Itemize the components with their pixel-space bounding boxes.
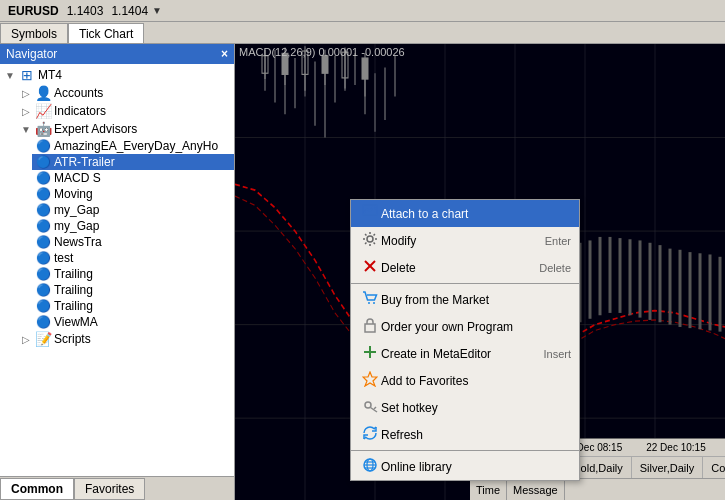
- bottom-tab-favorites[interactable]: Favorites: [74, 478, 145, 500]
- tree-item-ea-1[interactable]: 🔵 ATR-Trailer: [32, 154, 234, 170]
- delete-icon: [359, 258, 381, 277]
- mt4-icon: ⊞: [18, 67, 36, 83]
- navigator-header: Navigator ×: [0, 44, 234, 64]
- scroll-down-icon[interactable]: ▼: [152, 5, 162, 16]
- tree-item-indicators[interactable]: ▷ 📈 Indicators: [16, 102, 234, 120]
- chart-area: MACD(12,26,9) 0.00001 -0.00026: [235, 44, 725, 500]
- tree-item-ea-10[interactable]: 🔵 Trailing: [32, 298, 234, 314]
- time-label-2: 22 Dec 10:15: [644, 442, 708, 453]
- top-bar: EURUSD 1.1403 1.1404 ▼: [0, 0, 725, 22]
- instrument-copper[interactable]: Copper,Daily: [703, 457, 725, 478]
- ea-item-icon-6: 🔵: [34, 235, 52, 249]
- svg-point-69: [367, 236, 373, 242]
- ea-item-icon-8: 🔵: [34, 267, 52, 281]
- refresh-icon: [359, 425, 381, 444]
- menu-item-delete[interactable]: Delete Delete: [351, 254, 579, 281]
- tree-item-ea-3[interactable]: 🔵 Moving: [32, 186, 234, 202]
- currency-pair-1[interactable]: EURUSD 1.1403 1.1404 ▼: [4, 4, 162, 18]
- tabs-row: Symbols Tick Chart: [0, 22, 725, 44]
- indicators-label: Indicators: [52, 104, 106, 118]
- pair1-name: EURUSD: [4, 4, 63, 18]
- scripts-expand-icon: ▷: [18, 334, 34, 345]
- menu-item-modify[interactable]: Modify Enter: [351, 227, 579, 254]
- tab-symbols[interactable]: Symbols: [0, 23, 68, 43]
- ea-expand-icon: ▼: [18, 124, 34, 135]
- plus-icon: [359, 344, 381, 363]
- tree-item-ea-6[interactable]: 🔵 NewsTra: [32, 234, 234, 250]
- tree-item-accounts[interactable]: ▷ 👤 Accounts: [16, 84, 234, 102]
- tree-item-ea-5[interactable]: 🔵 my_Gap: [32, 218, 234, 234]
- menu-item-refresh[interactable]: Refresh: [351, 421, 579, 448]
- ea-item-icon-7: 🔵: [34, 251, 52, 265]
- gear-icon: [359, 231, 381, 250]
- cart-icon: [359, 290, 381, 309]
- ea-item-icon-5: 🔵: [34, 219, 52, 233]
- menu-separator-2: [351, 450, 579, 451]
- ea-item-icon-10: 🔵: [34, 299, 52, 313]
- svg-rect-35: [362, 58, 368, 79]
- tab-tick-chart[interactable]: Tick Chart: [68, 23, 144, 43]
- ea-item-icon-0: 🔵: [34, 139, 52, 153]
- menu-item-buy[interactable]: Buy from the Market: [351, 286, 579, 313]
- menu-item-online-library[interactable]: Online library: [351, 453, 579, 480]
- ea-item-icon-11: 🔵: [34, 315, 52, 329]
- ea-item-icon-9: 🔵: [34, 283, 52, 297]
- accounts-icon: 👤: [34, 85, 52, 101]
- ea-icon: 🤖: [34, 121, 52, 137]
- lock-icon: [359, 317, 381, 336]
- macd-label: MACD(12,26,9) 0.00001 -0.00026: [235, 44, 409, 60]
- star-icon: [359, 371, 381, 390]
- scripts-label: Scripts: [52, 332, 91, 346]
- instrument-silver[interactable]: Silver,Daily: [632, 457, 703, 478]
- ea-item-icon-4: 🔵: [34, 203, 52, 217]
- navigator-title: Navigator: [6, 47, 57, 61]
- ea-item-icon-3: 🔵: [34, 187, 52, 201]
- expand-icon: ▼: [2, 70, 18, 81]
- navigator-tree: ▼ ⊞ MT4 ▷ 👤 Accounts ▷ 📈 Indicators ▼ 🤖 …: [0, 64, 234, 476]
- bottom-tab-common[interactable]: Common: [0, 478, 74, 500]
- tree-item-ea-8[interactable]: 🔵 Trailing: [32, 266, 234, 282]
- navigator-bottom-tabs: Common Favorites: [0, 476, 234, 500]
- context-menu: Attach to a chart Modify Enter: [350, 199, 580, 481]
- ea-item-icon-1: 🔵: [34, 155, 52, 169]
- svg-line-80: [374, 407, 376, 409]
- navigator-close-button[interactable]: ×: [221, 47, 228, 61]
- indicators-expand-icon: ▷: [18, 106, 34, 117]
- key-icon: [359, 398, 381, 417]
- chart-icon: [359, 204, 381, 223]
- accounts-label: Accounts: [52, 86, 103, 100]
- pair1-ask: 1.1404: [107, 4, 152, 18]
- svg-point-73: [373, 302, 375, 304]
- menu-separator-1: [351, 283, 579, 284]
- accounts-expand-icon: ▷: [18, 88, 34, 99]
- svg-marker-77: [363, 372, 377, 386]
- svg-line-79: [371, 408, 378, 413]
- tree-item-ea-11[interactable]: 🔵 ViewMA: [32, 314, 234, 330]
- menu-item-hotkey[interactable]: Set hotkey: [351, 394, 579, 421]
- mt4-label: MT4: [36, 68, 62, 82]
- tree-item-ea-9[interactable]: 🔵 Trailing: [32, 282, 234, 298]
- menu-item-order[interactable]: Order your own Program: [351, 313, 579, 340]
- tree-item-scripts[interactable]: ▷ 📝 Scripts: [16, 330, 234, 348]
- tree-item-ea-4[interactable]: 🔵 my_Gap: [32, 202, 234, 218]
- tree-item-ea-0[interactable]: 🔵 AmazingEA_EveryDay_AnyHo: [32, 138, 234, 154]
- globe-icon: [359, 457, 381, 476]
- menu-item-favorites[interactable]: Add to Favorites: [351, 367, 579, 394]
- tree-item-ea-7[interactable]: 🔵 test: [32, 250, 234, 266]
- ea-item-icon-2: 🔵: [34, 171, 52, 185]
- svg-point-72: [368, 302, 370, 304]
- pair1-bid: 1.1403: [63, 4, 108, 18]
- status-message: Message: [507, 479, 565, 500]
- svg-rect-74: [365, 324, 375, 332]
- indicators-icon: 📈: [34, 103, 52, 119]
- menu-item-attach[interactable]: Attach to a chart: [351, 200, 579, 227]
- svg-point-78: [365, 402, 371, 408]
- tree-item-ea-2[interactable]: 🔵 MACD S: [32, 170, 234, 186]
- ea-label: Expert Advisors: [52, 122, 137, 136]
- tree-item-expert-advisors[interactable]: ▼ 🤖 Expert Advisors: [16, 120, 234, 138]
- menu-item-create[interactable]: Create in MetaEditor Insert: [351, 340, 579, 367]
- navigator-panel: Navigator × ▼ ⊞ MT4 ▷ 👤 Accounts ▷ 📈 Ind…: [0, 44, 235, 500]
- status-time: Time: [470, 479, 507, 500]
- tree-item-mt4[interactable]: ▼ ⊞ MT4: [0, 66, 234, 84]
- status-bar: Time Message: [470, 478, 725, 500]
